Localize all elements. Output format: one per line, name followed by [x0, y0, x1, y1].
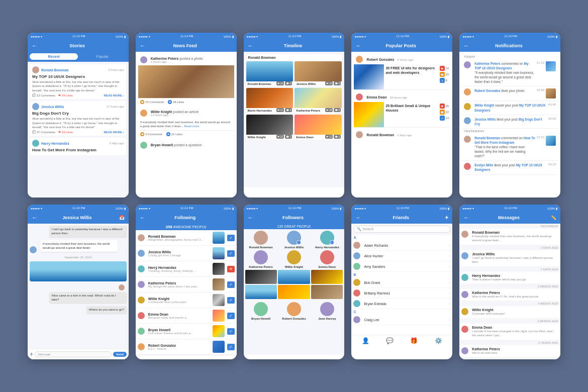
msg-item-7[interactable]: Katherine Peters We're all mad here. [459, 345, 560, 357]
back-button-notif[interactable]: ← [463, 42, 469, 49]
read-more-1[interactable]: READ MORE › [104, 94, 124, 97]
msg-item-2[interactable]: Jessica Willis I can't go back to yester… [459, 250, 560, 267]
story-item-2: Jessica Willis 17 hours ago Big Dogs Don… [30, 101, 126, 136]
friend-item-7[interactable]: Craig Lee › [351, 315, 452, 325]
notif-thumb-2 [546, 88, 556, 99]
fl-name-5: Willie Knight [148, 297, 211, 301]
fl-check-2[interactable]: ✓ [227, 250, 235, 257]
header-messages: ← Messages ✏️ [459, 212, 560, 224]
pop-title-2: 25 Brilliant Small & Unique Houses [385, 104, 437, 113]
tab-chat-icon[interactable]: 💬 [386, 337, 394, 344]
back-button-fr[interactable]: ← [355, 214, 361, 221]
story-likes-1[interactable]: ❤ 24 Likes [58, 93, 73, 97]
back-button-stories[interactable]: ← [32, 42, 38, 49]
fl-check-5[interactable]: ✓ [227, 297, 235, 304]
pop-img-2 [354, 102, 384, 127]
tl-comments-5: 💬 7 [285, 135, 292, 139]
msg-item-5[interactable]: Willie Knight Curiouser and curiouser! [459, 306, 560, 318]
back-button-fl[interactable]: ← [140, 214, 146, 221]
friend-item-3[interactable]: Amy Sanders › [351, 261, 452, 272]
add-friend-button[interactable]: + [440, 214, 448, 221]
followers-body: Ronald Bowman ✓ Jessica Willis ✓ Harry H… [244, 229, 345, 355]
send-button[interactable]: Send [113, 352, 127, 357]
msg-item-4[interactable]: Katherine Peters Who in the world am I? … [459, 289, 560, 301]
msg-avatar-3 [461, 274, 468, 281]
tab-friends-icon[interactable]: 👤 [362, 337, 369, 344]
header-notif: ← Notifications [459, 40, 560, 52]
tl-img-6 [295, 115, 342, 135]
fw-cell-2: ✓ Jessica Willis [278, 231, 310, 249]
story-text-2: Alice wondered a little at this, but she… [32, 117, 124, 129]
feed-likes-1[interactable]: ❤ 38 Likes [168, 100, 184, 104]
fr-arrow-1: › [449, 243, 451, 248]
compose-button[interactable]: ✏️ [548, 215, 556, 220]
read-more-2[interactable]: READ MORE › [104, 131, 124, 134]
fl-img-7 [213, 325, 225, 337]
msg-item-3[interactable]: Harry Hernandez Then it doesn't matter w… [459, 272, 560, 284]
story-comments-1[interactable]: 💬 13 Comments [32, 93, 55, 97]
fl-check-8[interactable]: ✓ [227, 344, 235, 350]
stat-share-2: 14 [446, 117, 449, 120]
back-button-msg[interactable]: ← [463, 214, 469, 221]
friend-item-5[interactable]: Brittany Ramirez › [351, 288, 452, 299]
fl-x-3[interactable]: ✕ [227, 266, 235, 272]
back-button-pp[interactable]: ← [355, 42, 361, 49]
feed-comments-2[interactable]: 💬 3 Comments [140, 132, 162, 136]
back-button-fw[interactable]: ← [248, 214, 254, 221]
msg-item-1[interactable]: Ronald Bowman If everybody minded their … [459, 229, 560, 245]
back-button-tl[interactable]: ← [248, 42, 254, 49]
friend-item-1[interactable]: Adam Richards › [351, 240, 452, 251]
friends-search-input[interactable]: 🔍 Search [353, 226, 450, 233]
popular-body: Robert Gonzalez 4 hours ago 39 FREE UI k… [351, 52, 452, 187]
header-right-profile[interactable]: 📅 [117, 215, 125, 220]
chat-msg-1: I can't go back to yesterday because I w… [49, 226, 127, 237]
notif-text-4: Jessica Willis liked your post Big Dogs … [474, 117, 547, 126]
fw-photo-6 [311, 285, 343, 299]
back-button-profile[interactable]: ← [32, 214, 38, 221]
chat-add-icon[interactable]: + [30, 351, 33, 358]
tab-popular[interactable]: Popular [78, 53, 126, 60]
tab-recent[interactable]: Recent [30, 53, 78, 60]
fw-avatar-9 [320, 302, 334, 316]
status-bar-following: ●●●●● ▾ 11:14 PM 100% ▮ [136, 205, 237, 212]
msg-item-6[interactable]: Emma Dean I wonder if I've been changed … [459, 324, 560, 340]
notif-item-5: Ronald Bowman commented on How To Get Mo… [462, 134, 558, 161]
friend-item-6[interactable]: Bryan Estrada › [351, 299, 452, 309]
fl-check-1[interactable]: ✓ [227, 235, 235, 241]
tab-gift-icon[interactable]: 🎁 [410, 337, 418, 344]
signal-tl: ●●●●● ▾ [247, 35, 258, 38]
fr-name-5: Brittany Ramirez [364, 291, 390, 295]
fl-check-6[interactable]: ✓ [227, 313, 235, 319]
friends-section-b: B [351, 272, 452, 277]
stat-comment-1: 15 [446, 73, 449, 76]
time-tl: 11:14 PM [288, 35, 302, 38]
fw-name-3: Harry Hernandez [315, 246, 339, 249]
notif-thumb-1 [546, 61, 556, 71]
avatar-jessica [32, 103, 39, 110]
tl-img-1 [246, 61, 293, 81]
fl-img-6 [213, 310, 225, 322]
tl-item-6: ❤ 12 💬 2 Emma Dean [295, 115, 342, 140]
phone-stories: ●●●●● ▾ 11:14 PM 100% ▮ ← Stories Recent… [28, 33, 129, 198]
msg-time-3weeks: 3 WEEKS AGO [459, 301, 560, 306]
story-likes-2[interactable]: ❤ 34 Likes [58, 130, 73, 134]
following-item-4: Katherine Peters My design life starts w… [136, 277, 237, 292]
phone-newsfeed: ●●●●● ▾ 11:14 PM 100% ▮ ← News Feed Kath… [136, 33, 237, 198]
notif-time-5: 21:53 [537, 136, 544, 158]
tab-settings-icon[interactable]: ⚙️ [435, 337, 442, 344]
header-followers: ← Followers [244, 212, 345, 224]
chat-input[interactable]: Message [35, 351, 112, 357]
fw-avatar-7 [254, 302, 268, 316]
feed-comments-1[interactable]: 💬 15 Comments [140, 100, 164, 104]
fl-check-7[interactable]: ✓ [227, 328, 235, 335]
fl-check-4[interactable]: ✓ [227, 281, 235, 288]
story-comments-2[interactable]: 💬 27 Comments [32, 130, 55, 134]
friend-item-4[interactable]: Bob Grant › [351, 277, 452, 288]
back-button-nf[interactable]: ← [140, 42, 146, 49]
feed-likes-2[interactable]: ❤ 22 Likes [166, 132, 182, 136]
time-notif: 11:14 PM [504, 35, 517, 38]
fw-cell-4: Katherine Peters [245, 250, 277, 268]
friend-item-2[interactable]: Alice Hunter › [351, 251, 452, 261]
fl-avatar-6 [138, 312, 145, 319]
like-icon-1: ❤ [168, 100, 172, 104]
